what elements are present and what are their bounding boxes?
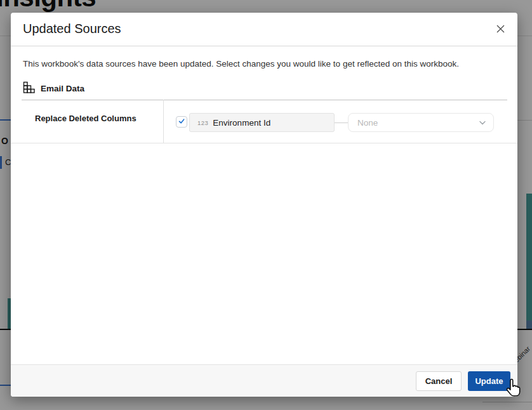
checkmark-icon [178,116,185,128]
dialog-header: Updated Sources [11,13,517,46]
mapping-connector-line [335,122,348,123]
close-button[interactable] [493,23,507,37]
number-type-icon: 123 [197,119,208,126]
updated-sources-dialog: Updated Sources This workbook's data sou… [11,13,517,397]
row-column-divider [163,100,164,143]
screen: Insights O C Webinar Updated Sources Thi… [0,0,532,410]
dialog-description: This workbook's data sources have been u… [23,59,493,69]
row-bottom-border [11,143,517,143]
chevron-down-icon [479,121,486,125]
replacement-column-select[interactable]: None [348,113,494,132]
deleted-column-name: Environment Id [213,118,270,128]
replace-column-checkbox[interactable] [176,116,187,128]
close-icon [496,24,505,36]
table-icon [23,81,36,94]
data-source-name: Email Data [41,84,84,93]
dialog-footer: Cancel Update [11,364,517,397]
deleted-column-chip: 123 Environment Id [189,113,335,132]
section-divider [22,100,507,100]
dialog-title: Updated Sources [23,22,121,36]
update-button[interactable]: Update [468,371,510,391]
cancel-button[interactable]: Cancel [416,371,462,391]
selected-replacement-value: None [357,118,479,128]
change-type-label: Replace Deleted Columns [35,114,136,123]
